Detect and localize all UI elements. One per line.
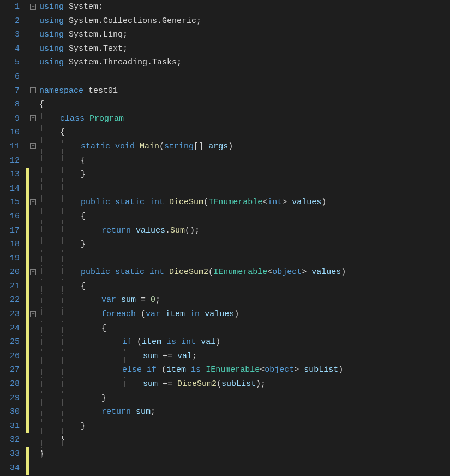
code-line[interactable]: } — [39, 447, 450, 461]
line-number-gutter: 1234567891011121314151617181920212223242… — [0, 0, 26, 476]
code-line[interactable]: namespace test01 — [39, 84, 450, 98]
line-number: 31 — [5, 419, 20, 433]
code-line[interactable]: static void Main(string[] args) — [39, 140, 450, 154]
line-number: 17 — [5, 224, 20, 238]
line-number: 34 — [5, 461, 20, 475]
line-number: 22 — [5, 293, 20, 307]
line-number: 18 — [5, 237, 20, 252]
code-line[interactable]: using System.Threading.Tasks; — [39, 56, 450, 70]
code-line[interactable]: class Program — [39, 112, 450, 126]
line-number: 8 — [5, 98, 20, 112]
code-line[interactable]: { — [39, 154, 450, 168]
line-number: 26 — [5, 349, 20, 364]
line-number: 13 — [5, 168, 20, 182]
line-number: 16 — [5, 210, 20, 224]
code-line[interactable]: } — [39, 419, 450, 433]
code-line[interactable]: } — [39, 237, 450, 252]
line-number: 2 — [5, 14, 20, 28]
code-line[interactable]: sum += DiceSum2(subList); — [39, 377, 450, 391]
code-line[interactable]: } — [39, 391, 450, 406]
code-line[interactable]: { — [39, 210, 450, 224]
fold-toggle[interactable]: − — [30, 87, 36, 93]
line-number: 30 — [5, 405, 20, 419]
code-line[interactable] — [39, 252, 450, 266]
code-line[interactable]: { — [39, 279, 450, 294]
line-number: 32 — [5, 433, 20, 447]
code-line[interactable]: public static int DiceSum(IEnumerable<in… — [39, 195, 450, 210]
code-line[interactable]: public static int DiceSum2(IEnumerable<o… — [39, 265, 450, 279]
code-line[interactable]: if (item is int val) — [39, 335, 450, 349]
line-number: 27 — [5, 363, 20, 377]
fold-toggle[interactable]: − — [30, 199, 36, 205]
line-number: 3 — [5, 28, 20, 42]
code-line[interactable] — [39, 182, 450, 196]
code-line[interactable] — [39, 461, 450, 475]
code-line[interactable]: using System.Text; — [39, 42, 450, 56]
code-line[interactable]: { — [39, 322, 450, 336]
line-number: 11 — [5, 140, 20, 154]
fold-column: −−−−−−− — [29, 0, 37, 476]
code-editor: 1234567891011121314151617181920212223242… — [0, 0, 450, 476]
line-number: 12 — [5, 154, 20, 168]
code-area[interactable]: using System;using System.Collections.Ge… — [37, 0, 450, 476]
code-line[interactable]: using System; — [39, 0, 450, 14]
code-line[interactable]: using System.Collections.Generic; — [39, 14, 450, 28]
code-line[interactable]: { — [39, 126, 450, 140]
line-number: 25 — [5, 335, 20, 349]
line-number: 33 — [5, 447, 20, 461]
code-line[interactable]: else if (item is IEnumerable<object> sub… — [39, 363, 450, 377]
line-number: 7 — [5, 84, 20, 98]
code-line[interactable]: foreach (var item in values) — [39, 307, 450, 322]
code-line[interactable]: return sum; — [39, 405, 450, 419]
line-number: 4 — [5, 42, 20, 56]
line-number: 20 — [5, 265, 20, 279]
code-line[interactable]: using System.Linq; — [39, 28, 450, 42]
line-number: 14 — [5, 182, 20, 196]
line-number: 24 — [5, 322, 20, 336]
line-number: 15 — [5, 195, 20, 210]
fold-toggle[interactable]: − — [30, 4, 36, 10]
line-number: 21 — [5, 279, 20, 294]
code-line[interactable]: } — [39, 433, 450, 447]
fold-toggle[interactable]: − — [30, 115, 36, 121]
code-line[interactable] — [39, 70, 450, 84]
line-number: 5 — [5, 56, 20, 70]
code-line[interactable]: sum += val; — [39, 349, 450, 364]
code-line[interactable]: } — [39, 168, 450, 182]
line-number: 23 — [5, 307, 20, 322]
code-line[interactable]: var sum = 0; — [39, 293, 450, 307]
code-line[interactable]: { — [39, 98, 450, 112]
line-number: 10 — [5, 126, 20, 140]
fold-toggle[interactable]: − — [30, 269, 36, 275]
line-number: 9 — [5, 112, 20, 126]
code-line[interactable]: return values.Sum(); — [39, 224, 450, 238]
line-number: 28 — [5, 377, 20, 391]
fold-toggle[interactable]: − — [30, 311, 36, 317]
line-number: 6 — [5, 70, 20, 84]
line-number: 19 — [5, 252, 20, 266]
line-number: 29 — [5, 391, 20, 406]
fold-toggle[interactable]: − — [30, 143, 36, 149]
line-number: 1 — [5, 0, 20, 14]
